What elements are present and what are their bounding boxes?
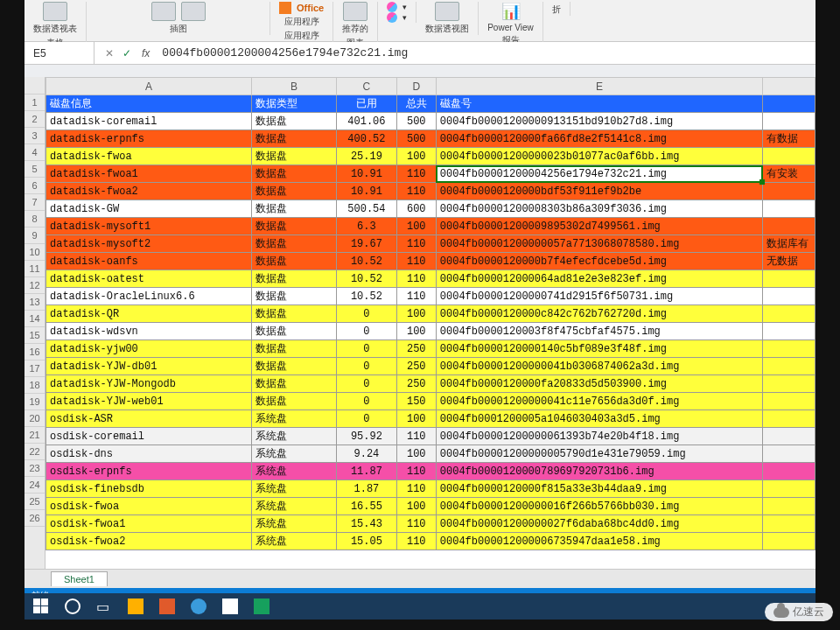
cell[interactable]: datadisk-fwoa1 bbox=[46, 165, 252, 183]
cell[interactable] bbox=[763, 218, 816, 235]
col-header-A[interactable]: A bbox=[46, 78, 252, 95]
cell[interactable]: 250 bbox=[396, 375, 436, 393]
smartart-icon[interactable] bbox=[181, 2, 206, 21]
cell[interactable]: 100 bbox=[396, 218, 436, 235]
cell[interactable]: 数据盘 bbox=[252, 340, 337, 358]
cell[interactable]: datadisk-erpnfs bbox=[46, 130, 252, 148]
cell[interactable]: 110 bbox=[396, 428, 436, 445]
cell[interactable] bbox=[763, 375, 816, 393]
cell[interactable]: osdisk-coremail bbox=[46, 428, 252, 445]
header-cell[interactable]: 总共 bbox=[396, 95, 436, 113]
fx-icon[interactable]: fx bbox=[142, 47, 157, 60]
cell[interactable]: 0004fb00001200008303b86a309f3036.img bbox=[436, 200, 762, 218]
cell[interactable]: 数据盘 bbox=[252, 113, 337, 130]
cell[interactable]: 0004fb00001200009895302d7499561.img bbox=[436, 218, 762, 235]
header-cell[interactable]: 数据类型 bbox=[252, 95, 337, 113]
cell[interactable]: 1.87 bbox=[337, 480, 397, 498]
cell[interactable]: datadisk-oatest bbox=[46, 270, 252, 288]
cell[interactable]: 0004fb0000120000140c5bf089e3f48f.img bbox=[436, 340, 762, 358]
cell[interactable] bbox=[763, 305, 816, 323]
cell[interactable]: 有安装 bbox=[763, 165, 816, 183]
cell[interactable]: datadisk-QR bbox=[46, 305, 252, 323]
cell[interactable]: 数据盘 bbox=[252, 253, 337, 270]
folder-icon[interactable] bbox=[128, 598, 144, 614]
cell[interactable]: 110 bbox=[396, 253, 436, 270]
cell[interactable]: 系统盘 bbox=[252, 428, 337, 445]
cell[interactable]: 100 bbox=[396, 498, 436, 515]
cancel-icon[interactable]: ✕ bbox=[105, 47, 114, 60]
cell[interactable]: osdisk-fwoa1 bbox=[46, 515, 252, 533]
cell[interactable]: datadisk-YJW-Mongodb bbox=[46, 375, 252, 393]
cell[interactable]: 无数据 bbox=[763, 253, 816, 270]
cell[interactable]: 10.91 bbox=[337, 165, 397, 183]
cell[interactable]: 95.92 bbox=[337, 428, 397, 445]
cell[interactable]: 9.24 bbox=[337, 445, 397, 463]
cell[interactable]: 110 bbox=[396, 183, 436, 200]
col-header-B[interactable]: B bbox=[252, 78, 337, 95]
cell[interactable]: 600 bbox=[396, 200, 436, 218]
cell[interactable]: 19.67 bbox=[337, 235, 397, 253]
cell[interactable]: 0004fb0000120000b7f4efecfdcebe5d.img bbox=[436, 253, 762, 270]
cell[interactable]: 系统盘 bbox=[252, 498, 337, 515]
cell[interactable]: 数据库有 bbox=[763, 235, 816, 253]
cell[interactable] bbox=[763, 445, 816, 463]
cell[interactable]: 15.05 bbox=[337, 533, 397, 550]
cell[interactable]: 0004fb00001200000061393b74e20b4f18.img bbox=[436, 428, 762, 445]
cell[interactable]: 0004fb0000120000fa66fd8e2f5141c8.img bbox=[436, 130, 762, 148]
cell[interactable]: datadisk-wdsvn bbox=[46, 323, 252, 340]
cell[interactable]: 16.55 bbox=[337, 498, 397, 515]
cell[interactable]: datadisk-fwoa2 bbox=[46, 183, 252, 200]
cell[interactable] bbox=[763, 533, 816, 550]
cell[interactable] bbox=[763, 113, 816, 130]
spreadsheet-grid[interactable]: ABCDE 磁盘信息数据类型已用总共磁盘号datadisk-coremail数据… bbox=[46, 77, 816, 550]
cell[interactable]: 110 bbox=[396, 270, 436, 288]
cell[interactable]: 数据盘 bbox=[252, 235, 337, 253]
cell[interactable]: 400.52 bbox=[337, 130, 397, 148]
header-cell[interactable]: 已用 bbox=[337, 95, 397, 113]
cell[interactable] bbox=[763, 393, 816, 410]
cell[interactable]: datadisk-coremail bbox=[46, 113, 252, 130]
cell[interactable]: 0004fb00001200000913151bd910b27d8.img bbox=[436, 113, 762, 130]
cell[interactable]: 0004fb00001200000016f266b5766bb030.img bbox=[436, 498, 762, 515]
reco-icon[interactable] bbox=[343, 2, 368, 21]
cell[interactable]: 0004fb00001200000027f6daba68bc4dd0.img bbox=[436, 515, 762, 533]
cell[interactable] bbox=[763, 428, 816, 445]
cell[interactable]: osdisk-ASR bbox=[46, 410, 252, 428]
col-header-E[interactable]: E bbox=[436, 78, 762, 95]
cell[interactable]: 100 bbox=[396, 305, 436, 323]
app-icon-3[interactable] bbox=[222, 598, 238, 614]
cell[interactable]: 0004fb0000120003f8f475cbfaf4575.img bbox=[436, 323, 762, 340]
cell[interactable] bbox=[763, 358, 816, 375]
cell[interactable]: osdisk-erpnfs bbox=[46, 463, 252, 480]
selected-cell[interactable]: 0004fb00001200004256e1794e732c21.img bbox=[436, 165, 762, 183]
taskview-icon[interactable]: ▭ bbox=[96, 598, 112, 614]
cell[interactable]: 数据盘 bbox=[252, 270, 337, 288]
cell[interactable]: 系统盘 bbox=[252, 515, 337, 533]
header-cell[interactable]: 磁盘号 bbox=[436, 95, 762, 113]
pivotchart-icon[interactable] bbox=[435, 2, 459, 21]
cell[interactable]: 0004fb0000120000fa20833d5d503900.img bbox=[436, 375, 762, 393]
cell[interactable]: 6.3 bbox=[337, 218, 397, 235]
cell[interactable]: 401.06 bbox=[337, 113, 397, 130]
cell[interactable]: 数据盘 bbox=[252, 130, 337, 148]
name-box[interactable]: E5 bbox=[24, 42, 94, 64]
confirm-icon[interactable]: ✓ bbox=[122, 47, 131, 60]
shapes-icon[interactable] bbox=[151, 2, 176, 21]
cell[interactable] bbox=[763, 323, 816, 340]
donut-icon[interactable] bbox=[387, 12, 397, 23]
cell[interactable]: 0 bbox=[337, 393, 397, 410]
cell[interactable]: 15.43 bbox=[337, 515, 397, 533]
col-header-C[interactable]: C bbox=[337, 78, 397, 95]
cell[interactable]: datadisk-yjw00 bbox=[46, 340, 252, 358]
cell[interactable]: 0004fb0000120000c842c762b762720d.img bbox=[436, 305, 762, 323]
cell[interactable]: 0004fb0000120000bdf53f911ef9b2be bbox=[436, 183, 762, 200]
cell[interactable] bbox=[763, 183, 816, 200]
cell[interactable]: 25.19 bbox=[337, 148, 397, 165]
cell[interactable]: 系统盘 bbox=[252, 463, 337, 480]
cell[interactable]: 110 bbox=[396, 533, 436, 550]
cell[interactable]: 数据盘 bbox=[252, 358, 337, 375]
pie-icon[interactable] bbox=[387, 2, 397, 12]
office-icon[interactable] bbox=[279, 2, 291, 14]
row-headers[interactable]: 1234567891011121314151617181920212223242… bbox=[24, 77, 46, 569]
cell[interactable]: 0004fb0000120000f815a33e3b44daa9.img bbox=[436, 480, 762, 498]
